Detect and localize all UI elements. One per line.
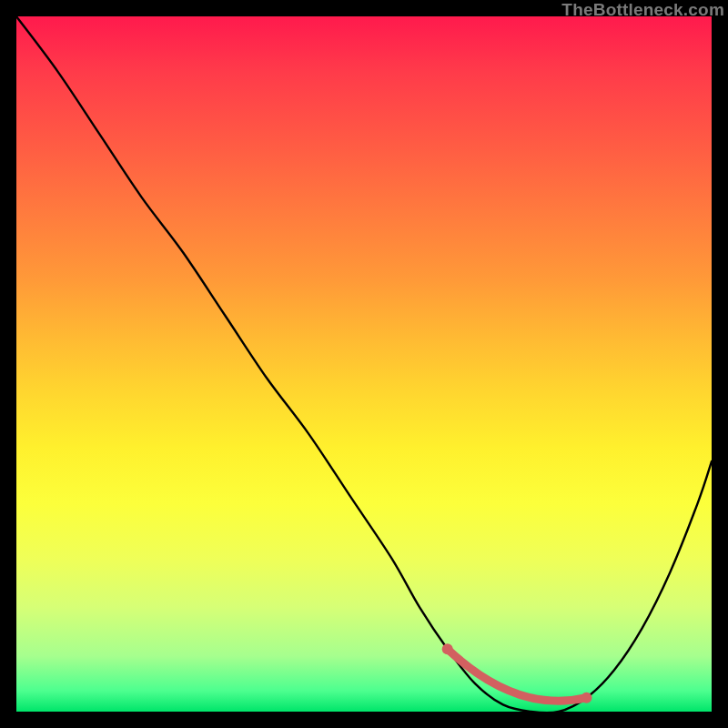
chart-container: TheBottleneck.com [0,0,728,728]
optimal-markers [442,643,592,703]
optimal-range-end-marker [581,693,592,703]
bottleneck-curve [16,16,712,713]
curve-path [16,16,712,713]
watermark: TheBottleneck.com [561,0,724,20]
optimal-range-start-marker [442,643,453,654]
plot-area [16,16,712,712]
curve-layer [16,16,712,712]
